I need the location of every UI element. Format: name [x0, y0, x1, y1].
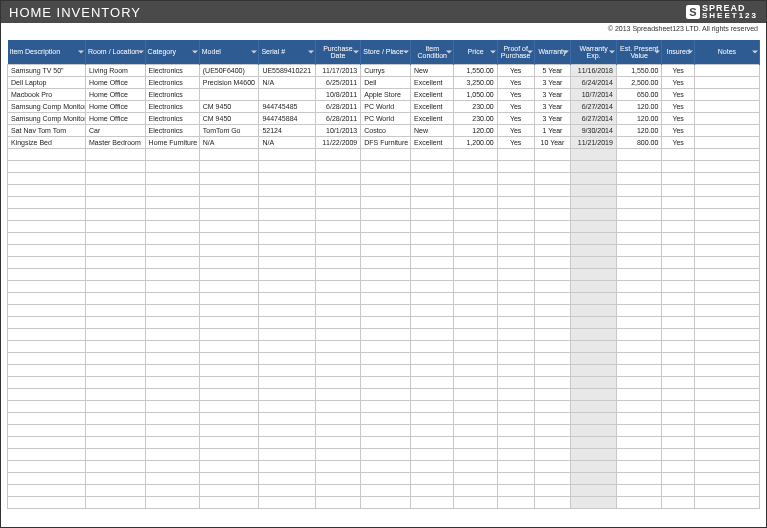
cell-empty[interactable] — [497, 280, 534, 292]
cell-empty[interactable] — [86, 292, 146, 304]
cell-empty[interactable] — [571, 424, 617, 436]
cell-desc[interactable]: Samsung Comp Monitor — [8, 100, 86, 112]
cell-empty[interactable] — [616, 412, 662, 424]
cell-empty[interactable] — [694, 196, 759, 208]
cell-empty[interactable] — [571, 448, 617, 460]
cell-empty[interactable] — [145, 388, 199, 400]
cell-empty[interactable] — [145, 448, 199, 460]
cell-empty[interactable] — [662, 148, 695, 160]
cell-empty[interactable] — [662, 280, 695, 292]
cell-pdate[interactable]: 10/8/2011 — [315, 88, 361, 100]
cell-empty[interactable] — [534, 328, 571, 340]
cell-empty[interactable] — [616, 436, 662, 448]
cell-empty[interactable] — [694, 448, 759, 460]
cell-empty[interactable] — [259, 340, 315, 352]
cell-empty[interactable] — [454, 460, 497, 472]
cell-empty[interactable] — [361, 196, 411, 208]
cell-empty[interactable] — [145, 196, 199, 208]
cell-empty[interactable] — [616, 196, 662, 208]
cell-cond[interactable]: Excellent — [411, 76, 454, 88]
cell-empty[interactable] — [571, 304, 617, 316]
cell-empty[interactable] — [497, 292, 534, 304]
cell-empty[interactable] — [361, 292, 411, 304]
cell-empty[interactable] — [411, 472, 454, 484]
col-warranty-exp[interactable]: Warranty Exp. — [571, 40, 617, 64]
cell-empty[interactable] — [534, 160, 571, 172]
cell-empty[interactable] — [361, 328, 411, 340]
cell-empty[interactable] — [259, 172, 315, 184]
cell-pdate[interactable]: 6/28/2011 — [315, 100, 361, 112]
cell-empty[interactable] — [534, 340, 571, 352]
cell-empty[interactable] — [259, 184, 315, 196]
cell-empty[interactable] — [145, 412, 199, 424]
cell-empty[interactable] — [454, 436, 497, 448]
cell-cond[interactable]: Excellent — [411, 88, 454, 100]
cell-empty[interactable] — [86, 364, 146, 376]
cell-model[interactable]: CM 9450 — [199, 112, 259, 124]
cell-val[interactable]: 650.00 — [616, 88, 662, 100]
cell-empty[interactable] — [411, 256, 454, 268]
cell-empty[interactable] — [411, 448, 454, 460]
cell-empty[interactable] — [315, 436, 361, 448]
cell-empty[interactable] — [571, 376, 617, 388]
cell-empty[interactable] — [662, 220, 695, 232]
cell-price[interactable]: 1,050.00 — [454, 88, 497, 100]
cell-empty[interactable] — [315, 304, 361, 316]
cell-empty[interactable] — [534, 148, 571, 160]
cell-empty[interactable] — [454, 220, 497, 232]
cell-empty[interactable] — [411, 400, 454, 412]
cell-empty[interactable] — [145, 424, 199, 436]
cell-price[interactable]: 230.00 — [454, 112, 497, 124]
cell-empty[interactable] — [616, 496, 662, 508]
cell-empty[interactable] — [497, 184, 534, 196]
cell-empty[interactable] — [199, 472, 259, 484]
cell-empty[interactable] — [534, 268, 571, 280]
cell-empty[interactable] — [259, 148, 315, 160]
cell-empty[interactable] — [145, 340, 199, 352]
cell-empty[interactable] — [86, 340, 146, 352]
cell-empty[interactable] — [616, 448, 662, 460]
cell-empty[interactable] — [145, 304, 199, 316]
cell-empty[interactable] — [694, 160, 759, 172]
cell-empty[interactable] — [454, 268, 497, 280]
cell-empty[interactable] — [571, 244, 617, 256]
table-row[interactable]: Samsung Comp MonitorHome OfficeElectroni… — [8, 100, 760, 112]
sort-icon[interactable] — [251, 50, 257, 53]
cell-empty[interactable] — [315, 148, 361, 160]
cell-empty[interactable] — [454, 172, 497, 184]
cell-empty[interactable] — [662, 160, 695, 172]
table-row[interactable] — [8, 184, 760, 196]
cell-empty[interactable] — [454, 316, 497, 328]
cell-empty[interactable] — [662, 340, 695, 352]
cell-empty[interactable] — [199, 160, 259, 172]
cell-empty[interactable] — [616, 460, 662, 472]
cell-empty[interactable] — [571, 484, 617, 496]
cell-empty[interactable] — [454, 184, 497, 196]
cell-empty[interactable] — [454, 340, 497, 352]
cell-empty[interactable] — [315, 460, 361, 472]
cell-wexp[interactable]: 6/27/2014 — [571, 100, 617, 112]
cell-empty[interactable] — [411, 424, 454, 436]
cell-empty[interactable] — [694, 184, 759, 196]
cell-empty[interactable] — [662, 172, 695, 184]
cell-empty[interactable] — [199, 400, 259, 412]
cell-empty[interactable] — [8, 316, 86, 328]
cell-empty[interactable] — [145, 184, 199, 196]
cell-model[interactable] — [199, 88, 259, 100]
cell-proof[interactable]: Yes — [497, 64, 534, 76]
cell-empty[interactable] — [145, 316, 199, 328]
cell-room[interactable]: Living Room — [86, 64, 146, 76]
cell-empty[interactable] — [534, 424, 571, 436]
cell-serial[interactable]: N/A — [259, 76, 315, 88]
cell-empty[interactable] — [571, 460, 617, 472]
table-row[interactable] — [8, 436, 760, 448]
sort-icon[interactable] — [138, 50, 144, 53]
table-row[interactable]: Samsung TV 50"Living RoomElectronics(UE5… — [8, 64, 760, 76]
cell-empty[interactable] — [8, 424, 86, 436]
cell-empty[interactable] — [8, 484, 86, 496]
cell-empty[interactable] — [361, 496, 411, 508]
cell-empty[interactable] — [86, 328, 146, 340]
cell-empty[interactable] — [616, 304, 662, 316]
cell-cat[interactable]: Electronics — [145, 100, 199, 112]
cell-empty[interactable] — [199, 208, 259, 220]
